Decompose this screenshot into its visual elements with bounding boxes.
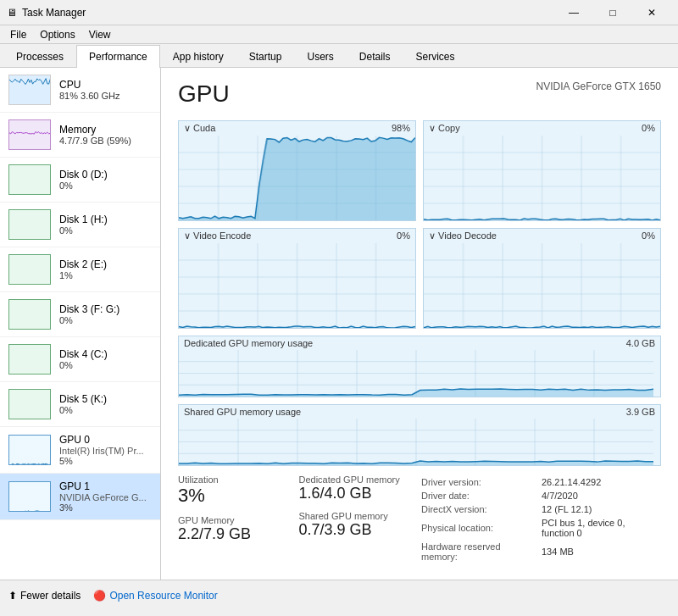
chart-copy-area bbox=[424, 136, 660, 220]
stat-utilization-value: 3% bbox=[178, 485, 299, 507]
sidebar-graph-gpu0 bbox=[8, 435, 51, 465]
chart-cuda-header: ∨ Cuda 98% bbox=[179, 121, 415, 136]
info-directx-value: 12 (FL 12.1) bbox=[542, 503, 659, 515]
tab-processes[interactable]: Processes bbox=[3, 45, 76, 68]
info-directx: DirectX version: 12 (FL 12.1) bbox=[421, 503, 659, 515]
chart-cuda: ∨ Cuda 98% bbox=[178, 120, 416, 221]
chart-copy-label: ∨ Copy bbox=[429, 123, 460, 134]
menu-view[interactable]: View bbox=[82, 27, 118, 42]
sidebar-item-disk4[interactable]: Disk 4 (C:) 0% bbox=[0, 337, 160, 382]
info-hardware-reserved-label: Hardware reserved memory: bbox=[421, 541, 540, 563]
shared-memory-value: 3.9 GB bbox=[626, 407, 655, 417]
info-physical-location-label: Physical location: bbox=[421, 517, 540, 539]
sidebar-disk2-usage: 1% bbox=[59, 270, 152, 280]
sidebar-gpu1-usage: 3% bbox=[59, 502, 152, 513]
info-driver-date-value: 4/7/2020 bbox=[542, 490, 659, 502]
chart-video-decode: ∨ Video Decode 0% bbox=[423, 228, 661, 329]
chart-video-encode-area bbox=[179, 243, 415, 328]
sidebar-item-disk2[interactable]: Disk 2 (E:) 1% bbox=[0, 247, 160, 292]
sidebar-item-disk3[interactable]: Disk 3 (F: G:) 0% bbox=[0, 292, 160, 337]
app-icon: 🖥 bbox=[7, 7, 17, 19]
shared-memory-label: Shared GPU memory usage bbox=[184, 407, 301, 417]
sidebar-graph-gpu1 bbox=[8, 481, 51, 512]
sidebar-graph-memory bbox=[8, 119, 51, 150]
sidebar-graph-disk0 bbox=[8, 164, 51, 195]
info-driver-version-value: 26.21.14.4292 bbox=[542, 476, 659, 488]
sidebar-item-gpu1[interactable]: GPU 1 NVIDIA GeForce G... 3% bbox=[0, 474, 160, 520]
sidebar-disk1-name: Disk 1 (H:) bbox=[59, 214, 152, 225]
dedicated-memory-section: Dedicated GPU memory usage 4.0 GB bbox=[178, 336, 661, 397]
info-hardware-reserved-value: 134 MB bbox=[542, 541, 659, 563]
title-bar-controls: — □ ✕ bbox=[554, 0, 671, 25]
sidebar-disk4-name: Disk 4 (C:) bbox=[59, 348, 152, 360]
sidebar-gpu1-name: GPU 1 bbox=[59, 480, 152, 492]
tab-performance[interactable]: Performance bbox=[76, 45, 160, 68]
sidebar-disk0-name: Disk 0 (D:) bbox=[59, 169, 152, 180]
sidebar-disk0-usage: 0% bbox=[59, 180, 152, 191]
menu-options[interactable]: Options bbox=[33, 27, 81, 42]
tab-startup[interactable]: Startup bbox=[236, 45, 295, 68]
tab-users[interactable]: Users bbox=[294, 45, 346, 68]
resource-monitor-label: Open Resource Monitor bbox=[109, 590, 217, 602]
sidebar-graph-disk3 bbox=[8, 299, 51, 330]
menu-file[interactable]: File bbox=[3, 27, 33, 42]
tab-details[interactable]: Details bbox=[347, 45, 403, 68]
chart-copy: ∨ Copy 0% bbox=[423, 120, 661, 221]
stats-col-utilization: Utilization 3% GPU Memory 2.2/7.9 GB bbox=[178, 474, 299, 564]
sidebar: CPU 81% 3.60 GHz Memory 4.7/7.9 GB (59%)… bbox=[0, 68, 161, 580]
sidebar-item-disk5[interactable]: Disk 5 (K:) 0% bbox=[0, 382, 160, 427]
stat-gpu-memory-label: GPU Memory bbox=[178, 515, 299, 525]
shared-memory-area bbox=[179, 419, 660, 465]
tab-app-history[interactable]: App history bbox=[160, 45, 236, 68]
fewer-details-icon: ⬆ bbox=[8, 590, 17, 602]
stats-info-col: Driver version: 26.21.14.4292 Driver dat… bbox=[420, 474, 661, 564]
tab-bar: Processes Performance App history Startu… bbox=[0, 44, 678, 68]
chart-video-decode-area bbox=[424, 243, 660, 328]
maximize-button[interactable]: □ bbox=[593, 0, 632, 25]
tab-services[interactable]: Services bbox=[403, 45, 468, 68]
dedicated-memory-value: 4.0 GB bbox=[626, 338, 655, 348]
stat-utilization-label: Utilization bbox=[178, 474, 299, 485]
stat-utilization: Utilization 3% bbox=[178, 474, 299, 507]
stats-info-table: Driver version: 26.21.14.4292 Driver dat… bbox=[420, 474, 661, 564]
chart-video-decode-header: ∨ Video Decode 0% bbox=[424, 229, 660, 243]
app-title: Task Manager bbox=[22, 7, 86, 19]
sidebar-gpu0-name: GPU 0 bbox=[59, 434, 152, 446]
info-hardware-reserved: Hardware reserved memory: 134 MB bbox=[421, 541, 659, 563]
stat-dedicated-memory: Dedicated GPU memory 1.6/4.0 GB bbox=[299, 474, 420, 502]
open-resource-monitor-link[interactable]: 🔴 Open Resource Monitor bbox=[93, 590, 217, 602]
detail-subtitle: NVIDIA GeForce GTX 1650 bbox=[536, 80, 661, 92]
sidebar-graph-disk4 bbox=[8, 344, 51, 375]
sidebar-graph-disk5 bbox=[8, 389, 51, 419]
chart-cuda-label: ∨ Cuda bbox=[184, 123, 215, 134]
sidebar-item-disk0[interactable]: Disk 0 (D:) 0% bbox=[0, 158, 160, 203]
minimize-button[interactable]: — bbox=[554, 0, 593, 25]
sidebar-item-cpu[interactable]: CPU 81% 3.60 GHz bbox=[0, 68, 160, 113]
sidebar-disk1-usage: 0% bbox=[59, 225, 152, 236]
stats-col-dedicated: Dedicated GPU memory 1.6/4.0 GB Shared G… bbox=[299, 474, 420, 564]
fewer-details-button[interactable]: ⬆ Fewer details bbox=[8, 590, 81, 602]
sidebar-graph-cpu bbox=[8, 75, 51, 105]
info-driver-date-label: Driver date: bbox=[421, 490, 540, 502]
title-bar: 🖥 Task Manager — □ ✕ bbox=[0, 0, 678, 25]
sidebar-memory-usage: 4.7/7.9 GB (59%) bbox=[59, 136, 152, 146]
fewer-details-label: Fewer details bbox=[20, 590, 81, 602]
sidebar-item-gpu0[interactable]: GPU 0 Intel(R) Iris(TM) Pr... 5% bbox=[0, 427, 160, 474]
close-button[interactable]: ✕ bbox=[632, 0, 671, 25]
stat-dedicated-memory-label: Dedicated GPU memory bbox=[299, 474, 420, 485]
sidebar-disk4-usage: 0% bbox=[59, 360, 152, 370]
sidebar-item-disk1[interactable]: Disk 1 (H:) 0% bbox=[0, 203, 160, 247]
chart-video-encode-header: ∨ Video Encode 0% bbox=[179, 229, 415, 243]
dedicated-memory-label: Dedicated GPU memory usage bbox=[184, 338, 313, 348]
info-driver-date: Driver date: 4/7/2020 bbox=[421, 490, 659, 502]
stat-gpu-memory: GPU Memory 2.2/7.9 GB bbox=[178, 515, 299, 543]
chart-video-encode-label: ∨ Video Encode bbox=[184, 230, 251, 241]
charts-grid: ∨ Cuda 98% ∨ Copy 0% ∨ Video Encode bbox=[178, 120, 661, 329]
detail-panel: GPU NVIDIA GeForce GTX 1650 ∨ Cuda 98% ∨… bbox=[161, 68, 678, 580]
shared-memory-section: Shared GPU memory usage 3.9 GB bbox=[178, 404, 661, 466]
dedicated-memory-header: Dedicated GPU memory usage 4.0 GB bbox=[179, 336, 660, 350]
sidebar-disk2-name: Disk 2 (E:) bbox=[59, 258, 152, 270]
info-physical-location-value: PCI bus 1, device 0, function 0 bbox=[542, 517, 659, 539]
sidebar-item-memory[interactable]: Memory 4.7/7.9 GB (59%) bbox=[0, 113, 160, 158]
bottom-bar: ⬆ Fewer details 🔴 Open Resource Monitor bbox=[0, 580, 678, 610]
